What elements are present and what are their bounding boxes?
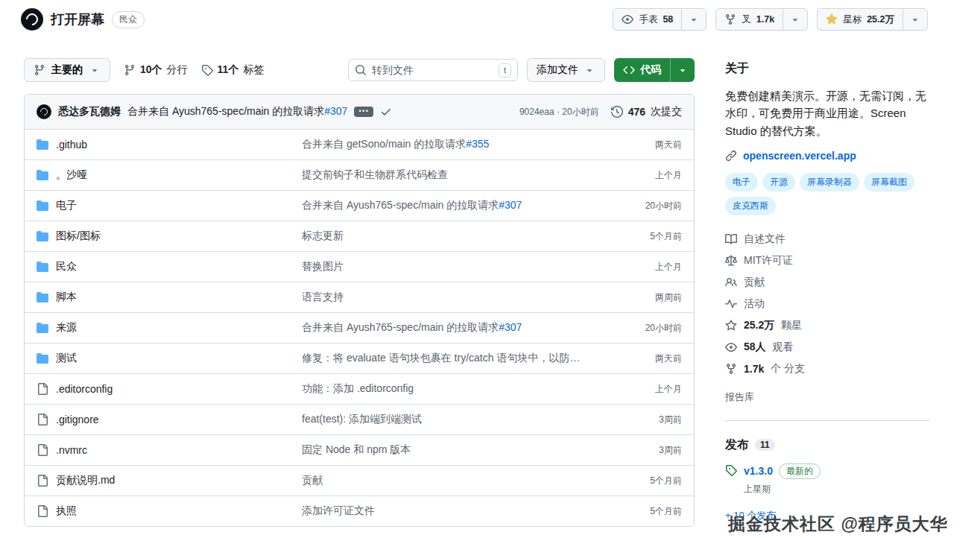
- main-column: 主要的 10个 分行 11个 标签: [24, 39, 695, 527]
- branches-link[interactable]: 10个 分行: [124, 63, 188, 77]
- table-row[interactable]: 民众 替换图片 上个月: [25, 251, 694, 282]
- fork-button[interactable]: 叉 1.7k: [715, 8, 808, 31]
- file-name-link[interactable]: .nvmrc: [56, 444, 302, 456]
- pr-link[interactable]: #307: [499, 321, 522, 333]
- file-name-link[interactable]: 贡献说明.md: [56, 474, 302, 487]
- table-row[interactable]: 电子 合并来自 Ayush765-spec/main 的拉取请求#307 20小…: [25, 190, 694, 221]
- watch-button[interactable]: 手表 58: [613, 8, 706, 31]
- table-row[interactable]: 脚本 语言支持 两周前: [25, 282, 694, 312]
- repo-name[interactable]: 打开屏幕: [51, 10, 104, 28]
- file-commit-time: 上个月: [594, 261, 682, 273]
- add-file-button[interactable]: 添加文件: [527, 58, 605, 82]
- commit-author[interactable]: 悉达多瓦德姆: [58, 105, 121, 118]
- star-dropdown[interactable]: [902, 9, 927, 30]
- releases-header[interactable]: 发布 11: [725, 437, 929, 453]
- go-to-file-search[interactable]: t: [348, 59, 518, 81]
- file-commit-message: 替换图片: [302, 260, 594, 273]
- org-avatar[interactable]: [21, 8, 43, 31]
- table-row[interactable]: .gitignore feat(test): 添加端到端测试 3周前: [25, 404, 694, 434]
- file-commit-message: 固定 Node 和 npm 版本: [302, 443, 594, 457]
- fork-dropdown[interactable]: [783, 9, 807, 30]
- table-row[interactable]: 贡献说明.md 贡献 5个月前: [25, 465, 694, 496]
- table-row[interactable]: .editorconfig 功能：添加 .editorconfig 上个月: [25, 373, 694, 404]
- file-name-link[interactable]: 民众: [56, 260, 302, 273]
- file-name-link[interactable]: 来源: [56, 321, 302, 335]
- sidebar-meta-item[interactable]: 25.2万 颗星: [725, 315, 929, 337]
- pr-link[interactable]: #307: [499, 199, 522, 211]
- file-commit-time: 5个月前: [594, 505, 682, 518]
- topic-tag[interactable]: 屏幕截图: [864, 173, 914, 192]
- watch-count: 58: [663, 14, 673, 25]
- commits-count: 476: [628, 106, 645, 118]
- file-commit-message: 合并来自 Ayush765-spec/main 的拉取请求#307: [302, 321, 594, 335]
- file-commit-time: 上个月: [594, 169, 682, 182]
- topic-tag[interactable]: 皮克西斯: [725, 197, 776, 215]
- table-row[interactable]: 测试 修复：将 evaluate 语句块包裹在 try/catch 语句块中，以…: [25, 343, 694, 373]
- about-title: 关于: [725, 61, 929, 77]
- sidebar-meta-item[interactable]: 贡献: [725, 272, 929, 294]
- website-link[interactable]: openscreen.vercel.app: [743, 150, 856, 162]
- tags-link[interactable]: 11个 标签: [201, 63, 265, 77]
- file-commit-message: 语言支持: [302, 291, 594, 304]
- file-browser: 悉达多瓦德姆 合并来自 Ayush765-spec/main 的拉取请求#307…: [24, 94, 695, 527]
- file-commit-message: 贡献: [302, 474, 594, 487]
- sidebar-meta-item[interactable]: 自述文件: [725, 229, 929, 250]
- folder-icon: [37, 230, 48, 242]
- releases-title: 发布: [725, 437, 749, 453]
- code-button[interactable]: 代码: [614, 58, 695, 82]
- sidebar-meta-item[interactable]: MIT许可证: [725, 250, 929, 272]
- commit-message[interactable]: 合并来自 Ayush765-spec/main 的拉取请求#307: [127, 105, 347, 118]
- watch-dropdown[interactable]: [681, 9, 706, 30]
- file-name-link[interactable]: .github: [56, 139, 302, 151]
- file-name-link[interactable]: .gitignore: [56, 414, 302, 425]
- file-commit-message: 标志更新: [302, 230, 594, 243]
- file-name-link[interactable]: .editorconfig: [56, 383, 302, 395]
- table-row[interactable]: 图标/图标 标志更新 5个月前: [25, 221, 694, 251]
- topic-tag[interactable]: 电子: [725, 173, 758, 192]
- table-row[interactable]: .nvmrc 固定 Node 和 npm 版本 3周前: [25, 434, 694, 465]
- topic-tag[interactable]: 屏幕录制器: [800, 173, 859, 192]
- table-row[interactable]: .github 合并来自 getSono/main 的拉取请求#355 两天前: [25, 129, 694, 159]
- ellipsis-expand-button[interactable]: [354, 107, 373, 117]
- file-name-link[interactable]: 测试: [56, 352, 302, 365]
- sidebar-meta-item[interactable]: 58人 观看: [725, 337, 929, 358]
- folder-icon: [37, 352, 48, 364]
- release-version-link[interactable]: v1.3.0: [744, 465, 773, 477]
- file-icon: [37, 505, 48, 517]
- code-label: 代码: [640, 63, 661, 77]
- table-row[interactable]: 执照 添加许可证文件 5个月前: [25, 496, 694, 526]
- sidebar-meta-item[interactable]: 活动: [725, 294, 929, 315]
- go-to-file-input[interactable]: [372, 64, 493, 76]
- report-repository-link[interactable]: 报告库: [725, 390, 754, 404]
- star-button[interactable]: 星标 25.2万: [817, 8, 928, 31]
- branch-selector[interactable]: 主要的: [24, 58, 110, 82]
- table-row[interactable]: 。沙哑 提交前钩子和生物群系代码检查 上个月: [25, 159, 694, 190]
- file-commit-time: 5个月前: [594, 230, 682, 243]
- file-commit-time: 20小时前: [594, 200, 682, 212]
- tags-label: 标签: [243, 63, 264, 77]
- law-icon: [725, 255, 737, 267]
- commit-history-link[interactable]: 476 次提交: [611, 105, 682, 118]
- topic-tag[interactable]: 开源: [762, 173, 795, 192]
- latest-release[interactable]: v1.3.0 最新的 上星期: [725, 463, 929, 496]
- releases-count-badge: 11: [755, 439, 775, 451]
- commit-sha-time[interactable]: 9024eaa · 20小时前: [519, 106, 599, 118]
- file-name-link[interactable]: 执照: [56, 504, 302, 518]
- pr-link[interactable]: #307: [324, 105, 347, 117]
- commits-label: 次提交: [651, 105, 682, 118]
- file-name-link[interactable]: 图标/图标: [56, 230, 302, 243]
- file-name-link[interactable]: 电子: [56, 199, 302, 212]
- file-commit-time: 两天前: [594, 139, 682, 151]
- latest-commit-bar: 悉达多瓦德姆 合并来自 Ayush765-spec/main 的拉取请求#307…: [25, 95, 694, 129]
- checks-passed-icon[interactable]: [380, 106, 392, 118]
- pr-link[interactable]: #355: [466, 138, 489, 150]
- code-dropdown[interactable]: [670, 58, 695, 82]
- table-row[interactable]: 来源 合并来自 Ayush765-spec/main 的拉取请求#307 20小…: [25, 312, 694, 343]
- tag-icon: [725, 464, 737, 476]
- commit-author-avatar[interactable]: [37, 104, 51, 119]
- file-commit-message: 功能：添加 .editorconfig: [302, 382, 594, 396]
- file-name-link[interactable]: 脚本: [56, 291, 302, 304]
- sidebar-meta-item[interactable]: 1.7k 个 分支: [725, 358, 929, 380]
- file-name-link[interactable]: 。沙哑: [56, 168, 302, 182]
- chevron-down-icon: [677, 64, 689, 76]
